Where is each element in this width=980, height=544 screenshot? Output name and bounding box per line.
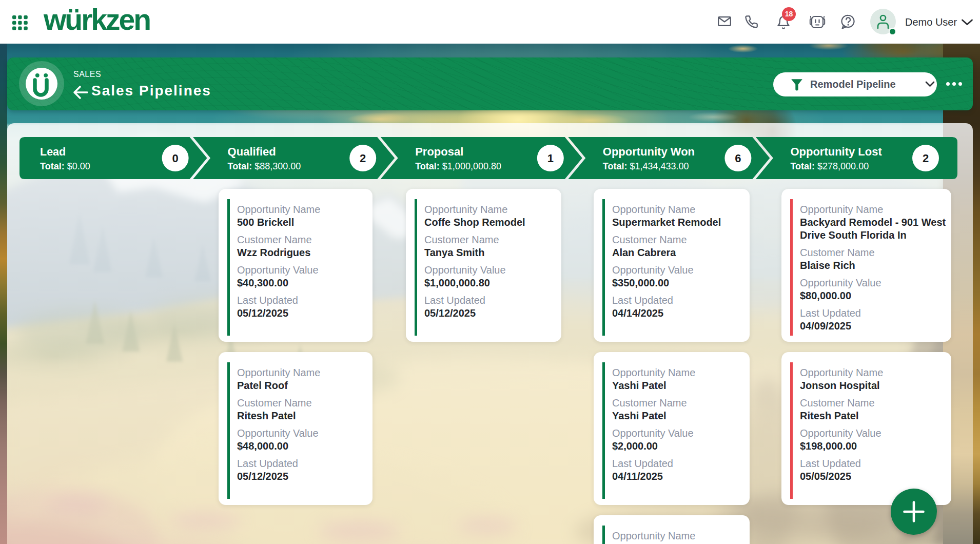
svg-text:Total: $1,434,433.00: Total: $1,434,433.00 (603, 161, 689, 171)
svg-text:Opportunity Won: Opportunity Won (603, 145, 695, 158)
svg-text:Lead: Lead (40, 146, 66, 158)
svg-text:Total: $88,300.00: Total: $88,300.00 (228, 161, 301, 171)
svg-text:Proposal: Proposal (415, 145, 463, 158)
svg-text:2: 2 (360, 152, 366, 165)
svg-text:0: 0 (172, 152, 178, 165)
svg-text:Total: $1,000,000.80: Total: $1,000,000.80 (415, 161, 501, 171)
svg-text:2: 2 (923, 152, 929, 165)
svg-text:Qualified: Qualified (228, 145, 276, 158)
svg-text:Total: $0.00: Total: $0.00 (40, 161, 90, 171)
svg-text:6: 6 (735, 152, 741, 165)
svg-text:Opportunity Lost: Opportunity Lost (790, 145, 882, 158)
svg-text:1: 1 (547, 152, 554, 165)
svg-text:Total: $278,000.00: Total: $278,000.00 (790, 161, 869, 171)
